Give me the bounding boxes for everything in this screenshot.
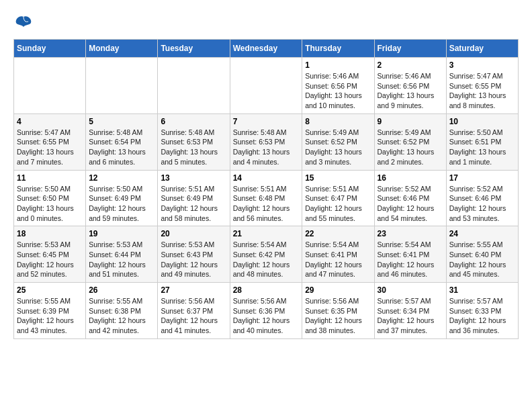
calendar-cell: 20Sunrise: 5:53 AM Sunset: 6:43 PM Dayli… <box>158 226 230 283</box>
day-of-week-header: Tuesday <box>158 40 230 58</box>
day-number: 10 <box>449 117 515 126</box>
day-info: Sunrise: 5:46 AM Sunset: 6:56 PM Dayligh… <box>305 71 371 111</box>
day-of-week-header: Sunday <box>14 40 86 58</box>
day-info: Sunrise: 5:56 AM Sunset: 6:35 PM Dayligh… <box>305 296 371 336</box>
calendar-cell: 17Sunrise: 5:52 AM Sunset: 6:46 PM Dayli… <box>446 170 518 226</box>
day-info: Sunrise: 5:50 AM Sunset: 6:50 PM Dayligh… <box>17 184 83 224</box>
day-info: Sunrise: 5:57 AM Sunset: 6:33 PM Dayligh… <box>449 296 515 336</box>
calendar-cell: 14Sunrise: 5:51 AM Sunset: 6:48 PM Dayli… <box>230 170 302 226</box>
day-number: 3 <box>449 60 515 70</box>
calendar-cell <box>14 58 86 114</box>
calendar-cell: 1Sunrise: 5:46 AM Sunset: 6:56 PM Daylig… <box>302 58 374 114</box>
day-info: Sunrise: 5:48 AM Sunset: 6:53 PM Dayligh… <box>233 128 300 167</box>
calendar-cell: 12Sunrise: 5:50 AM Sunset: 6:49 PM Dayli… <box>86 170 158 226</box>
day-info: Sunrise: 5:53 AM Sunset: 6:44 PM Dayligh… <box>89 240 154 279</box>
day-of-week-header: Thursday <box>302 40 374 58</box>
day-number: 25 <box>17 285 83 295</box>
day-number: 12 <box>89 173 154 183</box>
day-info: Sunrise: 5:48 AM Sunset: 6:53 PM Dayligh… <box>161 128 226 167</box>
calendar-cell: 27Sunrise: 5:56 AM Sunset: 6:37 PM Dayli… <box>158 283 230 339</box>
day-number: 2 <box>378 60 443 70</box>
day-info: Sunrise: 5:46 AM Sunset: 6:56 PM Dayligh… <box>378 71 443 111</box>
calendar-cell <box>86 58 158 114</box>
day-info: Sunrise: 5:53 AM Sunset: 6:45 PM Dayligh… <box>17 240 83 279</box>
page-header <box>13 13 519 32</box>
logo <box>13 13 36 32</box>
calendar-cell: 9Sunrise: 5:49 AM Sunset: 6:52 PM Daylig… <box>374 113 446 170</box>
calendar-cell: 10Sunrise: 5:50 AM Sunset: 6:51 PM Dayli… <box>446 113 518 170</box>
calendar-cell: 5Sunrise: 5:48 AM Sunset: 6:54 PM Daylig… <box>86 113 158 170</box>
day-info: Sunrise: 5:47 AM Sunset: 6:55 PM Dayligh… <box>449 71 515 111</box>
calendar-week-row: 25Sunrise: 5:55 AM Sunset: 6:39 PM Dayli… <box>14 283 519 339</box>
day-number: 6 <box>161 117 226 126</box>
day-number: 13 <box>161 173 226 183</box>
day-number: 24 <box>449 229 515 238</box>
calendar-week-row: 18Sunrise: 5:53 AM Sunset: 6:45 PM Dayli… <box>14 226 519 283</box>
calendar-cell: 11Sunrise: 5:50 AM Sunset: 6:50 PM Dayli… <box>14 170 86 226</box>
day-of-week-header: Wednesday <box>230 40 302 58</box>
calendar-cell: 29Sunrise: 5:56 AM Sunset: 6:35 PM Dayli… <box>302 283 374 339</box>
day-number: 9 <box>378 117 443 126</box>
calendar-cell: 6Sunrise: 5:48 AM Sunset: 6:53 PM Daylig… <box>158 113 230 170</box>
day-info: Sunrise: 5:54 AM Sunset: 6:41 PM Dayligh… <box>305 240 371 279</box>
day-info: Sunrise: 5:52 AM Sunset: 6:46 PM Dayligh… <box>449 184 515 224</box>
day-number: 14 <box>233 173 300 183</box>
calendar-cell: 31Sunrise: 5:57 AM Sunset: 6:33 PM Dayli… <box>446 283 518 339</box>
days-header-row: SundayMondayTuesdayWednesdayThursdayFrid… <box>14 40 519 58</box>
calendar-cell: 25Sunrise: 5:55 AM Sunset: 6:39 PM Dayli… <box>14 283 86 339</box>
day-number: 17 <box>449 173 515 183</box>
calendar-cell: 2Sunrise: 5:46 AM Sunset: 6:56 PM Daylig… <box>374 58 446 114</box>
day-number: 5 <box>89 117 154 126</box>
day-info: Sunrise: 5:54 AM Sunset: 6:41 PM Dayligh… <box>378 240 443 279</box>
day-info: Sunrise: 5:51 AM Sunset: 6:49 PM Dayligh… <box>161 184 226 224</box>
day-info: Sunrise: 5:56 AM Sunset: 6:37 PM Dayligh… <box>161 296 226 336</box>
day-number: 29 <box>305 285 371 295</box>
day-of-week-header: Saturday <box>446 40 518 58</box>
calendar-cell: 8Sunrise: 5:49 AM Sunset: 6:52 PM Daylig… <box>302 113 374 170</box>
day-number: 7 <box>233 117 300 126</box>
day-of-week-header: Friday <box>374 40 446 58</box>
day-info: Sunrise: 5:52 AM Sunset: 6:46 PM Dayligh… <box>378 184 443 224</box>
calendar-table: SundayMondayTuesdayWednesdayThursdayFrid… <box>13 39 519 339</box>
day-number: 11 <box>17 173 83 183</box>
day-info: Sunrise: 5:51 AM Sunset: 6:48 PM Dayligh… <box>233 184 300 224</box>
day-info: Sunrise: 5:56 AM Sunset: 6:36 PM Dayligh… <box>233 296 300 336</box>
day-number: 8 <box>305 117 371 126</box>
calendar-cell: 24Sunrise: 5:55 AM Sunset: 6:40 PM Dayli… <box>446 226 518 283</box>
day-number: 22 <box>305 229 371 238</box>
calendar-week-row: 11Sunrise: 5:50 AM Sunset: 6:50 PM Dayli… <box>14 170 519 226</box>
calendar-cell: 22Sunrise: 5:54 AM Sunset: 6:41 PM Dayli… <box>302 226 374 283</box>
day-number: 16 <box>378 173 443 183</box>
day-number: 23 <box>378 229 443 238</box>
day-number: 18 <box>17 229 83 238</box>
calendar-cell: 26Sunrise: 5:55 AM Sunset: 6:38 PM Dayli… <box>86 283 158 339</box>
day-info: Sunrise: 5:48 AM Sunset: 6:54 PM Dayligh… <box>89 128 154 167</box>
calendar-cell <box>158 58 230 114</box>
day-number: 20 <box>161 229 226 238</box>
day-number: 26 <box>89 285 154 295</box>
day-info: Sunrise: 5:49 AM Sunset: 6:52 PM Dayligh… <box>378 128 443 167</box>
day-number: 28 <box>233 285 300 295</box>
calendar-cell: 3Sunrise: 5:47 AM Sunset: 6:55 PM Daylig… <box>446 58 518 114</box>
calendar-cell: 19Sunrise: 5:53 AM Sunset: 6:44 PM Dayli… <box>86 226 158 283</box>
calendar-cell: 23Sunrise: 5:54 AM Sunset: 6:41 PM Dayli… <box>374 226 446 283</box>
day-info: Sunrise: 5:54 AM Sunset: 6:42 PM Dayligh… <box>233 240 300 279</box>
day-number: 31 <box>449 285 515 295</box>
calendar-cell <box>230 58 302 114</box>
day-number: 21 <box>233 229 300 238</box>
day-info: Sunrise: 5:55 AM Sunset: 6:38 PM Dayligh… <box>89 296 154 336</box>
logo-bird-icon <box>13 13 34 32</box>
day-info: Sunrise: 5:55 AM Sunset: 6:40 PM Dayligh… <box>449 240 515 279</box>
calendar-cell: 15Sunrise: 5:51 AM Sunset: 6:47 PM Dayli… <box>302 170 374 226</box>
calendar-cell: 18Sunrise: 5:53 AM Sunset: 6:45 PM Dayli… <box>14 226 86 283</box>
day-info: Sunrise: 5:57 AM Sunset: 6:34 PM Dayligh… <box>378 296 443 336</box>
day-info: Sunrise: 5:50 AM Sunset: 6:51 PM Dayligh… <box>449 128 515 167</box>
calendar-cell: 21Sunrise: 5:54 AM Sunset: 6:42 PM Dayli… <box>230 226 302 283</box>
day-info: Sunrise: 5:49 AM Sunset: 6:52 PM Dayligh… <box>305 128 371 167</box>
calendar-cell: 30Sunrise: 5:57 AM Sunset: 6:34 PM Dayli… <box>374 283 446 339</box>
day-of-week-header: Monday <box>86 40 158 58</box>
day-number: 27 <box>161 285 226 295</box>
day-number: 15 <box>305 173 371 183</box>
calendar-cell: 7Sunrise: 5:48 AM Sunset: 6:53 PM Daylig… <box>230 113 302 170</box>
day-number: 1 <box>305 60 371 70</box>
